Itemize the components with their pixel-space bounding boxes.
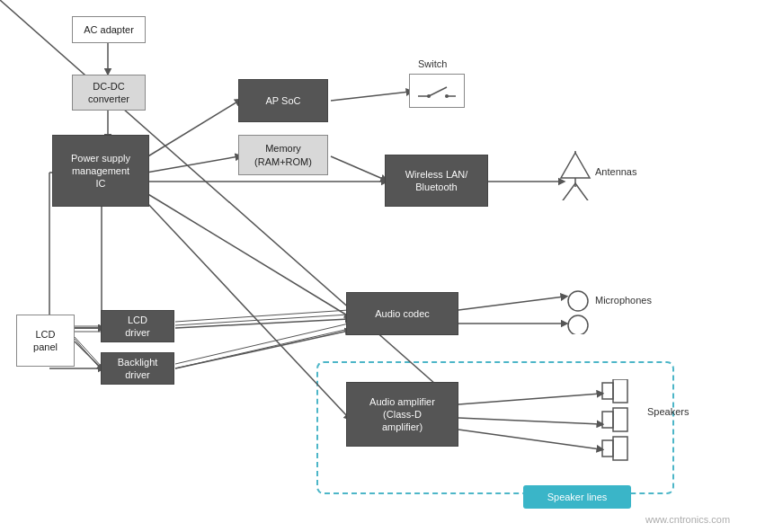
svg-rect-46: [602, 383, 613, 399]
svg-line-3: [147, 156, 239, 173]
svg-line-15: [175, 319, 349, 328]
audio-amp-block: Audio amplifier(Class-Damplifier): [346, 382, 458, 447]
svg-line-32: [175, 315, 349, 325]
watermark: www.cntronics.com: [645, 514, 730, 525]
svg-line-17: [458, 297, 565, 310]
svg-line-5: [147, 193, 349, 316]
memory-label: Memory(RAM+ROM): [254, 142, 312, 168]
svg-point-38: [427, 94, 431, 98]
lcd-driver-label: LCDdriver: [125, 314, 150, 340]
svg-line-14: [75, 341, 102, 368]
ap-soc-block: AP SoC: [238, 79, 328, 122]
audio-codec-block: Audio codec: [346, 292, 458, 335]
wireless-lan-label: Wireless LAN/Bluetooth: [405, 168, 468, 194]
speakers-label: Speakers: [647, 406, 689, 417]
lcd-panel-label: LCDpanel: [33, 328, 58, 354]
switch-block: [409, 74, 465, 108]
dc-dc-label: DC-DCconverter: [88, 80, 129, 106]
microphone-icons: [562, 289, 594, 334]
speaker-lines-label: Speaker lines: [547, 492, 608, 502]
svg-line-31: [175, 310, 349, 322]
antennas-label: Antennas: [595, 166, 636, 177]
ap-soc-label: AP SoC: [266, 94, 301, 107]
diagram-container: AC adapter DC-DCconverter Power supplyma…: [0, 0, 765, 532]
svg-marker-40: [561, 153, 590, 178]
power-supply-block: Power supplymanagementIC: [52, 135, 149, 207]
audio-codec-label: Audio codec: [375, 307, 430, 320]
svg-marker-49: [613, 408, 627, 431]
antenna-icons: [557, 151, 593, 200]
svg-line-30: [75, 339, 102, 370]
memory-block: Memory(RAM+ROM): [238, 135, 328, 175]
svg-rect-48: [602, 412, 613, 428]
svg-marker-51: [613, 437, 627, 460]
switch-label: Switch: [418, 58, 447, 69]
lcd-driver-block: LCDdriver: [101, 310, 174, 342]
dc-dc-block: DC-DCconverter: [72, 75, 146, 111]
ac-adapter-block: AC adapter: [72, 16, 146, 43]
wireless-lan-block: Wireless LAN/Bluetooth: [385, 155, 488, 207]
svg-point-45: [568, 315, 588, 334]
backlight-driver-block: Backlightdriver: [101, 352, 174, 385]
svg-line-36: [429, 87, 447, 96]
switch-icon: [414, 78, 459, 103]
microphones-label: Microphones: [595, 295, 652, 306]
svg-line-29: [75, 337, 102, 367]
power-supply-label: Power supplymanagementIC: [71, 152, 130, 191]
speaker-icons: [600, 379, 645, 469]
svg-line-33: [175, 324, 349, 364]
speaker-lines-legend: Speaker lines: [523, 485, 631, 509]
svg-point-44: [568, 291, 588, 311]
svg-line-11: [331, 156, 385, 180]
svg-marker-47: [613, 379, 627, 403]
svg-point-39: [445, 94, 449, 98]
ac-adapter-label: AC adapter: [84, 23, 134, 36]
svg-line-2: [147, 101, 239, 157]
backlight-driver-label: Backlightdriver: [118, 356, 158, 382]
audio-amp-label: Audio amplifier(Class-Damplifier): [369, 395, 435, 434]
lcd-panel-block: LCDpanel: [16, 315, 75, 367]
svg-line-10: [331, 92, 410, 101]
svg-rect-50: [602, 440, 613, 457]
